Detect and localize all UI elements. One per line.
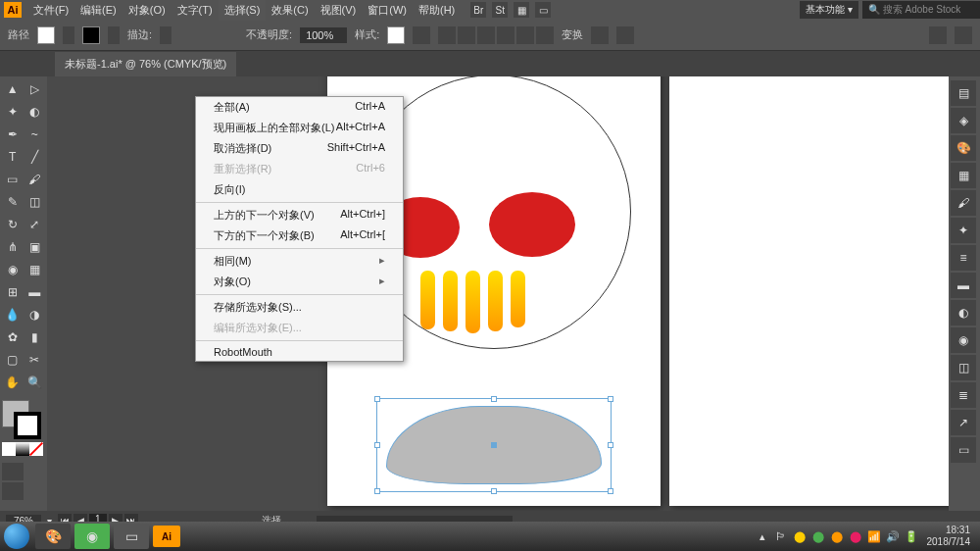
shape-builder-tool[interactable]: ◉ (2, 259, 24, 280)
screen-mode-icon[interactable] (2, 482, 24, 500)
gradient-panel-icon[interactable]: ▬ (951, 273, 976, 298)
menu-item-edit-selection[interactable]: 编辑所选对象(E)... (196, 318, 403, 338)
selection-handle[interactable] (608, 488, 613, 494)
rotate-tool[interactable]: ↻ (2, 214, 24, 235)
start-button[interactable] (0, 522, 33, 551)
color-mode-color[interactable] (2, 442, 16, 456)
menu-item-object[interactable]: 对象(O)▸ (196, 272, 403, 292)
symbol-sprayer-tool[interactable]: ✿ (2, 326, 24, 348)
eraser-tool[interactable]: ◫ (24, 191, 46, 213)
canvas[interactable] (47, 76, 949, 511)
tray-icon[interactable]: ⬤ (793, 529, 807, 543)
bridge-icon[interactable]: Br (470, 2, 486, 18)
line-segment-tool[interactable]: ╱ (24, 146, 46, 168)
selection-handle[interactable] (491, 396, 497, 402)
selection-tool[interactable]: ▲ (2, 78, 24, 100)
arrange-icon[interactable]: ▦ (514, 2, 529, 18)
magic-wand-tool[interactable]: ✦ (2, 101, 24, 123)
stroke-dropdown[interactable] (108, 26, 120, 44)
recolor-icon[interactable] (413, 26, 430, 44)
gradient-tool[interactable]: ▬ (24, 281, 46, 303)
menu-view[interactable]: 视图(V) (315, 0, 363, 21)
taskbar-app[interactable]: ▭ (114, 524, 149, 549)
shaper-tool[interactable]: ✎ (2, 191, 24, 213)
libraries-panel-icon[interactable]: ◈ (951, 108, 976, 133)
appearance-panel-icon[interactable]: ◉ (951, 327, 976, 353)
symbols-panel-icon[interactable]: ✦ (951, 218, 976, 243)
align-bottom-icon[interactable] (536, 26, 554, 44)
direct-selection-tool[interactable]: ▷ (24, 78, 46, 100)
column-graph-tool[interactable]: ▮ (24, 326, 46, 348)
search-input[interactable]: 🔍 搜索 Adobe Stock (862, 1, 980, 19)
slice-tool[interactable]: ✂ (24, 349, 46, 371)
selection-center[interactable] (491, 442, 497, 448)
stroke-weight[interactable] (160, 26, 172, 44)
align-vcenter-icon[interactable] (516, 26, 534, 44)
menu-item-deselect[interactable]: 取消选择(D)Shift+Ctrl+A (196, 138, 403, 159)
selection-handle[interactable] (374, 442, 380, 448)
free-transform-tool[interactable]: ▣ (24, 236, 46, 258)
transparency-panel-icon[interactable]: ◐ (951, 300, 976, 326)
menu-item-robotmouth[interactable]: RobotMouth (196, 343, 403, 361)
taskbar-app-illustrator[interactable]: Ai (153, 526, 180, 547)
lasso-tool[interactable]: ◐ (24, 101, 46, 123)
fill-stroke-indicator[interactable] (2, 400, 41, 439)
artboard-tool[interactable]: ▢ (2, 349, 24, 371)
selection-handle[interactable] (608, 396, 613, 402)
properties-panel-icon[interactable]: ▤ (951, 80, 976, 106)
color-mode-none[interactable] (29, 442, 43, 456)
menu-item-next-above[interactable]: 上方的下一个对象(V)Alt+Ctrl+] (196, 205, 403, 225)
width-tool[interactable]: ⋔ (2, 236, 24, 258)
draw-normal-icon[interactable] (2, 463, 24, 480)
type-tool[interactable]: T (2, 146, 24, 168)
tray-volume-icon[interactable]: 🔊 (886, 529, 900, 543)
scale-tool[interactable]: ⤢ (24, 214, 46, 235)
mesh-tool[interactable]: ⊞ (2, 281, 24, 303)
panel-toggle-icon[interactable] (955, 26, 972, 44)
swatches-panel-icon[interactable]: ▦ (951, 163, 976, 188)
taskbar-clock[interactable]: 18:31 2018/7/14 (923, 525, 975, 548)
align-left-icon[interactable] (438, 26, 456, 44)
selection-handle[interactable] (608, 442, 613, 448)
fill-dropdown[interactable] (63, 26, 74, 44)
tray-network-icon[interactable]: 📶 (867, 529, 881, 543)
menu-effect[interactable]: 效果(C) (266, 0, 314, 21)
menu-item-save-selection[interactable]: 存储所选对象(S)... (196, 297, 403, 318)
paintbrush-tool[interactable]: 🖌 (24, 169, 46, 190)
menu-item-all-on-artboard[interactable]: 现用画板上的全部对象(L)Alt+Ctrl+A (196, 118, 403, 138)
selection-handle[interactable] (374, 488, 380, 494)
document-tab[interactable]: 未标题-1.ai* @ 76% (CMYK/预览) (55, 52, 236, 76)
opacity-field[interactable]: 100% (300, 27, 347, 43)
menu-type[interactable]: 文字(T) (172, 0, 219, 21)
layers-panel-icon[interactable]: ≣ (951, 382, 976, 408)
menu-item-inverse[interactable]: 反向(I) (196, 179, 403, 200)
menu-select[interactable]: 选择(S) (219, 0, 267, 21)
tray-up-icon[interactable]: ▴ (756, 529, 769, 543)
menu-object[interactable]: 对象(O) (122, 0, 172, 21)
workspace-switcher[interactable]: 基本功能 ▾ (800, 1, 858, 19)
color-panel-icon[interactable]: 🎨 (951, 135, 976, 161)
selection-handle[interactable] (374, 396, 380, 402)
zoom-tool[interactable]: 🔍 (24, 372, 46, 393)
pen-tool[interactable]: ✒ (2, 124, 24, 145)
perspective-grid-tool[interactable]: ▦ (24, 259, 46, 280)
shape-mode-icon[interactable] (591, 26, 609, 44)
menu-item-next-below[interactable]: 下方的下一个对象(B)Alt+Ctrl+[ (196, 225, 403, 246)
menu-window[interactable]: 窗口(W) (362, 0, 413, 21)
align-hcenter-icon[interactable] (458, 26, 475, 44)
taskbar-app[interactable]: 🎨 (35, 524, 71, 549)
color-mode-gradient[interactable] (16, 442, 29, 456)
menu-file[interactable]: 文件(F) (27, 0, 74, 21)
menu-item-same[interactable]: 相同(M)▸ (196, 251, 403, 272)
menu-edit[interactable]: 编辑(E) (74, 0, 122, 21)
menu-item-all[interactable]: 全部(A)Ctrl+A (196, 97, 403, 118)
menu-help[interactable]: 帮助(H) (413, 0, 461, 21)
gpu-icon[interactable]: ▭ (535, 2, 551, 18)
stroke-panel-icon[interactable]: ≡ (951, 245, 976, 271)
stroke-swatch[interactable] (82, 26, 100, 44)
artboards-panel-icon[interactable]: ▭ (951, 437, 976, 463)
tray-icon[interactable]: ⬤ (830, 529, 844, 543)
tray-action-center-icon[interactable]: 🏳 (774, 529, 788, 543)
align-right-icon[interactable] (477, 26, 495, 44)
tray-icon[interactable]: ⬤ (811, 529, 825, 543)
